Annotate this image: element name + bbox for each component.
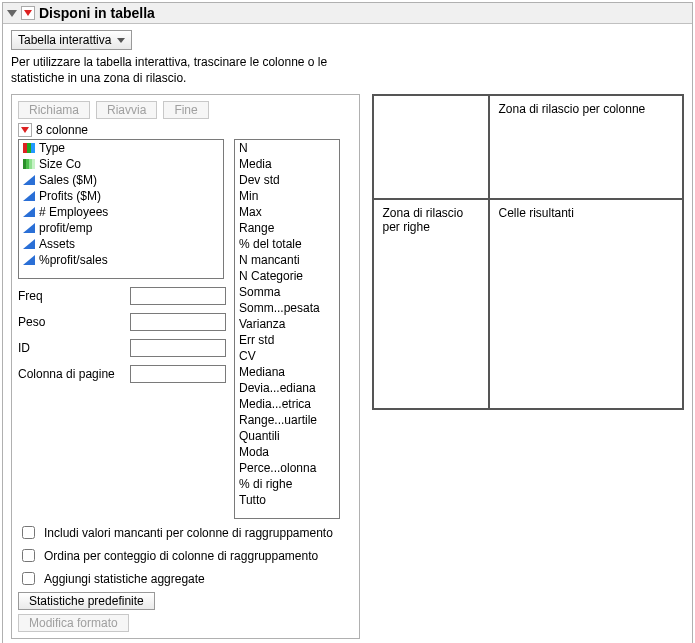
- stat-item[interactable]: Media: [235, 156, 339, 172]
- stat-item[interactable]: Dev std: [235, 172, 339, 188]
- drop-zone-table: Zona di rilascio per colonne Zona di ril…: [372, 94, 684, 410]
- nom-type-icon: [23, 143, 35, 153]
- order-by-count-label: Ordina per conteggio di colonne di raggr…: [44, 549, 318, 563]
- default-stats-button[interactable]: Statistiche predefinite: [18, 592, 155, 610]
- config-box: Richiama Riavvia Fine 8 colonne TypeSize…: [11, 94, 360, 639]
- stats-list[interactable]: NMediaDev stdMinMaxRange% del totaleN ma…: [234, 139, 340, 519]
- recall-button: Richiama: [18, 101, 90, 119]
- stat-item[interactable]: Tutto: [235, 492, 339, 508]
- id-input[interactable]: [130, 339, 226, 357]
- edit-format-button: Modifica formato: [18, 614, 129, 632]
- panel-title: Disponi in tabella: [39, 5, 155, 21]
- stat-item[interactable]: Devia...ediana: [235, 380, 339, 396]
- restart-button: Riavvia: [96, 101, 157, 119]
- column-item[interactable]: Sales ($M): [19, 172, 223, 188]
- column-item[interactable]: Size Co: [19, 156, 223, 172]
- columns-count: 8 colonne: [36, 123, 88, 137]
- column-item[interactable]: Assets: [19, 236, 223, 252]
- stat-item[interactable]: Varianza: [235, 316, 339, 332]
- freq-input[interactable]: [130, 287, 226, 305]
- stat-item[interactable]: Somm...pesata: [235, 300, 339, 316]
- stat-item[interactable]: % di righe: [235, 476, 339, 492]
- panel-menu-icon[interactable]: [21, 6, 35, 20]
- column-item[interactable]: Type: [19, 140, 223, 156]
- column-item[interactable]: # Employees: [19, 204, 223, 220]
- id-label: ID: [18, 341, 126, 355]
- disclosure-icon[interactable]: [7, 10, 17, 17]
- stat-item[interactable]: Moda: [235, 444, 339, 460]
- stat-item[interactable]: Quantili: [235, 428, 339, 444]
- stat-item[interactable]: % del totale: [235, 236, 339, 252]
- dropzone-columns[interactable]: Zona di rilascio per colonne: [489, 95, 683, 199]
- columns-menu-icon[interactable]: [18, 123, 32, 137]
- dropzone-corner[interactable]: [373, 95, 489, 199]
- pagecol-input[interactable]: [130, 365, 226, 383]
- pagecol-label: Colonna di pagine: [18, 367, 126, 381]
- include-missing-checkbox[interactable]: [22, 526, 35, 539]
- weight-input[interactable]: [130, 313, 226, 331]
- cont-type-icon: [23, 175, 35, 185]
- stat-item[interactable]: Max: [235, 204, 339, 220]
- stat-item[interactable]: Mediana: [235, 364, 339, 380]
- mode-label: Tabella interattiva: [18, 33, 111, 47]
- ord-type-icon: [23, 159, 35, 169]
- chevron-down-icon: [117, 38, 125, 43]
- column-item[interactable]: profit/emp: [19, 220, 223, 236]
- stat-item[interactable]: Range...uartile: [235, 412, 339, 428]
- column-item[interactable]: Profits ($M): [19, 188, 223, 204]
- cont-type-icon: [23, 191, 35, 201]
- stat-item[interactable]: N Categorie: [235, 268, 339, 284]
- stat-item[interactable]: Media...etrica: [235, 396, 339, 412]
- hint-text: Per utilizzare la tabella interattiva, t…: [11, 54, 341, 86]
- cont-type-icon: [23, 255, 35, 265]
- stat-item[interactable]: CV: [235, 348, 339, 364]
- dropzone-rows[interactable]: Zona di rilascio per righe: [373, 199, 489, 409]
- include-missing-label: Includi valori mancanti per colonne di r…: [44, 526, 333, 540]
- mode-dropdown[interactable]: Tabella interattiva: [11, 30, 132, 50]
- column-item[interactable]: %profit/sales: [19, 252, 223, 268]
- stat-item[interactable]: Min: [235, 188, 339, 204]
- dropzone-cells[interactable]: Celle risultanti: [489, 199, 683, 409]
- stat-item[interactable]: Somma: [235, 284, 339, 300]
- tabulate-panel: Disponi in tabella Tabella interattiva P…: [2, 2, 693, 643]
- cont-type-icon: [23, 239, 35, 249]
- columns-list[interactable]: TypeSize CoSales ($M)Profits ($M)# Emplo…: [18, 139, 224, 279]
- cont-type-icon: [23, 207, 35, 217]
- stat-item[interactable]: N mancanti: [235, 252, 339, 268]
- panel-header: Disponi in tabella: [3, 3, 692, 24]
- stat-item[interactable]: Perce...olonna: [235, 460, 339, 476]
- weight-label: Peso: [18, 315, 126, 329]
- stat-item[interactable]: Range: [235, 220, 339, 236]
- done-button: Fine: [163, 101, 208, 119]
- stat-item[interactable]: N: [235, 140, 339, 156]
- cont-type-icon: [23, 223, 35, 233]
- add-agg-checkbox[interactable]: [22, 572, 35, 585]
- add-agg-label: Aggiungi statistiche aggregate: [44, 572, 205, 586]
- order-by-count-checkbox[interactable]: [22, 549, 35, 562]
- freq-label: Freq: [18, 289, 126, 303]
- stat-item[interactable]: Err std: [235, 332, 339, 348]
